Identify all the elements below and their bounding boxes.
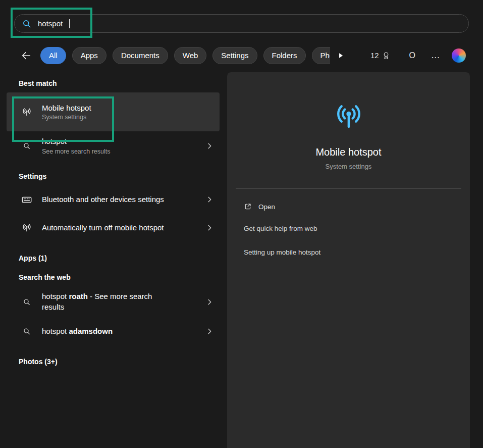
windows-search-flyout: hotspot All Apps Documents Web Settings …: [0, 0, 483, 448]
result-see-more[interactable]: hotspot See more search results: [7, 131, 220, 160]
preview-panel: Mobile hotspot System settings Open Get …: [227, 72, 470, 448]
apps-heading: Apps (1): [19, 254, 220, 262]
preview-subtitle: System settings: [326, 163, 372, 170]
best-match-heading: Best match: [19, 79, 220, 87]
avatar-initial: O: [409, 51, 415, 60]
open-button[interactable]: Open: [236, 195, 461, 218]
search-icon: [22, 19, 32, 29]
photos-heading: Photos (3+): [19, 358, 220, 366]
search-input[interactable]: hotspot: [14, 14, 469, 33]
rewards-count: 12: [370, 51, 379, 60]
result-title: hotspot roath - See more search results: [42, 291, 168, 312]
back-arrow-icon: [21, 50, 32, 61]
search-the-web-heading: Search the web: [19, 273, 220, 281]
result-web-hotspot-roath[interactable]: hotspot roath - See more search results: [7, 286, 220, 317]
preview-title: Mobile hotspot: [315, 146, 381, 158]
play-arrow-icon: [337, 52, 344, 59]
hotspot-icon: [21, 222, 33, 234]
search-icon: [21, 325, 33, 337]
rewards-medal-icon: [382, 51, 391, 60]
result-mobile-hotspot[interactable]: Mobile hotspot System settings: [7, 92, 220, 131]
filter-tab-bar: All Apps Documents Web Settings Folders …: [0, 46, 483, 65]
tabs-overflow-button[interactable]: [335, 50, 346, 61]
result-title: hotspot adamsdown: [42, 326, 168, 336]
tab-apps[interactable]: Apps: [72, 47, 106, 64]
chevron-right-icon: [205, 327, 213, 335]
result-title: Bluetooth and other devices settings: [42, 194, 168, 205]
link-get-quick-help[interactable]: Get quick help from web: [236, 218, 461, 239]
open-external-icon: [244, 203, 252, 211]
chevron-right-icon: [205, 195, 213, 204]
text-cursor: [69, 19, 70, 28]
result-web-hotspot-adamsdown[interactable]: hotspot adamsdown: [7, 317, 220, 345]
settings-heading: Settings: [19, 172, 220, 180]
result-title: hotspot: [42, 136, 168, 146]
tab-documents[interactable]: Documents: [113, 47, 168, 64]
search-results-list: Best match Mobile hotspot System setting…: [7, 72, 220, 371]
user-avatar[interactable]: O: [406, 49, 419, 62]
tab-folders[interactable]: Folders: [263, 47, 306, 64]
result-subtitle: See more search results: [42, 148, 168, 155]
search-query-text: hotspot: [38, 19, 63, 28]
chevron-right-icon: [205, 298, 213, 306]
hotspot-icon: [21, 106, 33, 118]
tab-all[interactable]: All: [40, 47, 66, 64]
result-title: Mobile hotspot: [42, 104, 91, 112]
result-bluetooth-devices-settings[interactable]: Bluetooth and other devices settings: [7, 185, 220, 214]
more-options-button[interactable]: …: [429, 50, 443, 61]
result-title: Automatically turn off mobile hotspot: [42, 223, 168, 233]
rewards-counter[interactable]: 12: [370, 51, 391, 60]
devices-icon: [21, 193, 33, 206]
result-subtitle: System settings: [42, 114, 91, 121]
preview-actions: Open Get quick help from web Setting up …: [227, 189, 470, 263]
search-icon: [21, 296, 33, 308]
result-auto-turn-off-hotspot[interactable]: Automatically turn off mobile hotspot: [7, 214, 220, 242]
hotspot-icon-large: [332, 100, 365, 133]
copilot-icon[interactable]: [452, 48, 466, 63]
filter-tabs: All Apps Documents Web Settings Folders …: [40, 47, 330, 64]
chevron-right-icon: [205, 142, 213, 150]
search-icon: [21, 140, 33, 152]
tab-settings[interactable]: Settings: [212, 47, 257, 64]
link-setting-up-hotspot[interactable]: Setting up mobile hotspot: [236, 241, 461, 263]
back-button[interactable]: [19, 48, 33, 63]
tab-web[interactable]: Web: [174, 47, 207, 64]
chevron-right-icon: [205, 224, 213, 232]
tab-photos[interactable]: Photos: [312, 47, 330, 64]
open-label: Open: [258, 203, 275, 211]
